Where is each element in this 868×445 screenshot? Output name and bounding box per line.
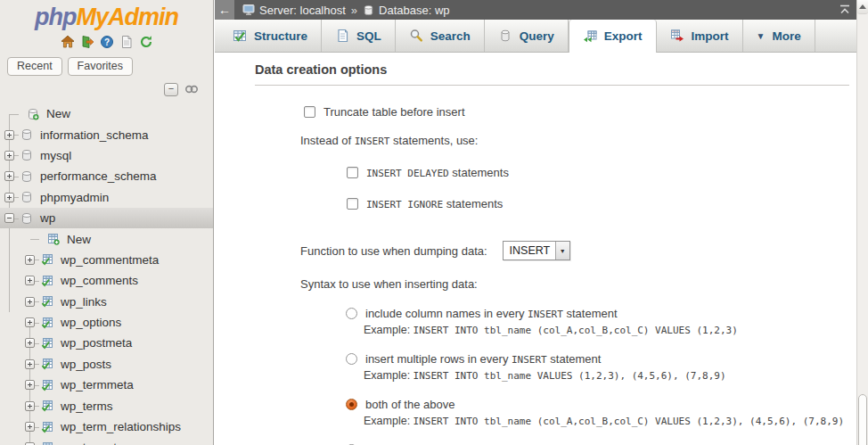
radio-label[interactable]: insert multiple rows in every	[365, 352, 512, 366]
tree-item-information-schema[interactable]: information_schema	[0, 124, 213, 144]
tree-item-label: wp_term_relationships	[61, 420, 181, 433]
tree-item-performance-schema[interactable]: performance_schema	[0, 166, 213, 186]
tab-structure[interactable]: Structure	[219, 20, 322, 52]
tree-item-wp[interactable]: wp	[0, 208, 213, 228]
label-text: Instead of	[300, 134, 355, 147]
expand-icon[interactable]	[25, 317, 35, 327]
tab-export[interactable]: Export	[569, 20, 657, 53]
expand-icon[interactable]	[25, 297, 35, 307]
radio-label[interactable]: statement	[563, 307, 618, 320]
insert-keyword: INSERT	[355, 136, 390, 147]
insert-delayed-checkbox[interactable]	[347, 167, 358, 178]
radio-option-both: both of the above Example: INSERT INTO t…	[346, 398, 856, 427]
tree-item-label: New	[67, 233, 91, 246]
expand-icon[interactable]	[4, 151, 14, 161]
expand-icon[interactable]	[25, 276, 35, 285]
scrollbar-thumb[interactable]	[858, 394, 867, 445]
scroll-up-arrow[interactable]	[857, 0, 868, 14]
radio-label[interactable]: include column names in every	[365, 307, 528, 320]
radio-button[interactable]	[346, 308, 357, 319]
expand-icon[interactable]	[25, 255, 35, 265]
tree-item-label: wp_comments	[61, 274, 138, 287]
label-text[interactable]: statements	[449, 166, 509, 179]
logout-icon[interactable]	[80, 35, 94, 49]
dump-function-row: Function to use when dumping data: INSER…	[300, 241, 856, 260]
dropdown-arrow-icon[interactable]: ▼	[555, 242, 569, 260]
breadcrumb-database[interactable]: Database: wp	[379, 4, 450, 17]
collapse-topbar-icon[interactable]	[839, 4, 851, 15]
example-line: Example: INSERT INTO tbl_name (col_A,col…	[364, 415, 856, 427]
expand-icon[interactable]	[25, 401, 35, 411]
tree-item-wp-commentmeta[interactable]: wp_commentmeta	[0, 250, 213, 270]
label-text[interactable]: statements	[443, 197, 503, 210]
tree-item-label: wp_options	[61, 316, 121, 329]
tree-item-wp-links[interactable]: wp_links	[0, 292, 213, 312]
tree-item-wp-postmeta[interactable]: wp_postmeta	[0, 333, 213, 353]
expand-icon[interactable]	[25, 380, 35, 390]
radio-button[interactable]	[346, 353, 357, 365]
expand-icon[interactable]	[4, 171, 14, 181]
documentation-icon[interactable]	[119, 35, 134, 49]
selected-value: INSERT	[504, 244, 555, 257]
truncate-label[interactable]: Truncate table before insert	[323, 105, 465, 119]
tab-query[interactable]: Query	[485, 20, 569, 52]
tree-item-new-table[interactable]: New	[0, 228, 213, 249]
expand-icon[interactable]	[4, 130, 14, 140]
home-icon[interactable]	[61, 35, 75, 49]
truncate-checkbox[interactable]	[304, 106, 315, 118]
vertical-scrollbar[interactable]	[856, 0, 868, 445]
tab-search[interactable]: Search	[396, 20, 485, 52]
panel-toggle-button[interactable]: ←	[215, 0, 234, 20]
expand-icon[interactable]	[4, 193, 14, 202]
radio-label[interactable]: both of the above	[365, 398, 454, 411]
insert-keyword[interactable]: INSERT	[528, 309, 563, 320]
database-icon	[20, 149, 33, 161]
tab-import[interactable]: Import	[657, 20, 743, 52]
section-heading: Data creation options	[255, 62, 849, 86]
table-icon	[41, 358, 53, 370]
insert-delayed-code[interactable]: INSERT DELAYED	[366, 168, 449, 179]
insert-keyword[interactable]: INSERT	[512, 354, 547, 366]
radio-button-selected[interactable]	[346, 399, 357, 410]
sql-icon	[335, 29, 349, 43]
tab-more[interactable]: ▼ More	[743, 20, 815, 52]
tree-item-wp-comments[interactable]: wp_comments	[0, 270, 213, 291]
expand-icon[interactable]	[25, 338, 35, 348]
insert-ignore-checkbox[interactable]	[347, 198, 358, 210]
expand-icon[interactable]	[25, 422, 35, 432]
tree-item-label: wp	[40, 211, 55, 225]
dump-function-select[interactable]: INSERT ▼	[503, 241, 570, 260]
tab-sql[interactable]: SQL	[322, 20, 396, 52]
truncate-option-row: Truncate table before insert	[304, 105, 856, 119]
tree-item-new-database[interactable]: New	[0, 103, 213, 124]
tree-item-wp-options[interactable]: wp_options	[0, 312, 213, 333]
breadcrumb-server[interactable]: Server: localhost	[259, 4, 346, 17]
help-icon[interactable]	[100, 35, 114, 49]
tree-item-wp-terms[interactable]: wp_terms	[0, 395, 213, 416]
expand-icon[interactable]	[25, 359, 35, 369]
table-icon	[41, 337, 53, 350]
favorite-tables-button[interactable]: Favorites	[68, 57, 133, 76]
refresh-icon[interactable]	[139, 35, 153, 49]
insert-ignore-code[interactable]: INSERT IGNORE	[366, 199, 443, 210]
radio-label[interactable]: statement	[547, 352, 602, 366]
tree-item-wp-term-taxonomy[interactable]: wp_term_taxonomy	[0, 437, 213, 445]
tree-item-mysql[interactable]: mysql	[0, 145, 213, 166]
tab-label: SQL	[356, 29, 381, 43]
tree-item-wp-termmeta[interactable]: wp_termmeta	[0, 375, 213, 395]
collapse-icon[interactable]	[4, 213, 14, 223]
tree-item-wp-posts[interactable]: wp_posts	[0, 354, 213, 375]
breadcrumb-separator: »	[351, 4, 357, 17]
link-with-main-panel-icon[interactable]	[184, 82, 199, 96]
tab-bar: Structure SQL Search Query Export Import…	[215, 20, 856, 53]
tree-item-wp-term-relationships[interactable]: wp_term_relationships	[0, 416, 213, 437]
query-icon	[498, 29, 512, 43]
collapse-all-icon[interactable]: −	[164, 83, 178, 96]
tree-item-phpmyadmin[interactable]: phpmyadmin	[0, 187, 213, 208]
table-icon	[41, 400, 53, 412]
example-code: INSERT INTO tbl_name (col_A,col_B,col_C)…	[414, 416, 844, 427]
recent-tables-button[interactable]: Recent	[7, 57, 62, 76]
phpmyadmin-logo[interactable]: phpMyAdmin	[0, 0, 213, 31]
dump-function-label: Function to use when dumping data:	[300, 244, 487, 258]
database-icon	[20, 212, 33, 225]
